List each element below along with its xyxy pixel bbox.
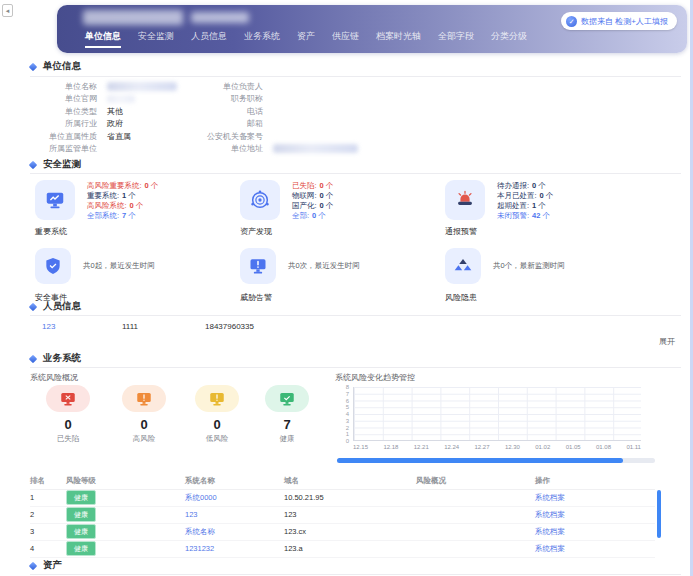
risk-count: 0	[187, 417, 247, 432]
table-row: 2 健康 123 123 系统档案	[30, 506, 655, 523]
section-header-security: 安全监测	[30, 158, 81, 171]
chart-zoom-slider-fill[interactable]	[337, 458, 623, 463]
tab-assets[interactable]: 资产	[297, 30, 315, 48]
risk-oval	[265, 385, 309, 412]
event-summary: 共0个，最新监测时间	[493, 261, 565, 271]
nav-tabs: 单位信息 安全监测 人员信息 业务系统 资产 供应链 档案时光轴 全部字段 分类…	[85, 30, 527, 48]
person-name-link[interactable]: 123	[42, 322, 55, 331]
overview-cell	[416, 506, 535, 523]
system-ranking-table: 排名 风险等级 系统名称 域名 风险概况 操作 1 健康 系统0000 10.5…	[30, 474, 655, 558]
domain-cell: 123.cx	[284, 523, 416, 540]
risk-stat-compromised: 0 已失陷	[38, 385, 98, 444]
field-unit-address: 单位地址	[173, 143, 358, 156]
alert-monitor-icon	[240, 248, 276, 284]
status-badge: 健康	[66, 507, 96, 522]
rank-cell: 4	[30, 540, 66, 557]
system-archive-link[interactable]: 系统档案	[535, 544, 565, 553]
risk-oval	[46, 385, 90, 412]
diamond-icon	[29, 561, 37, 569]
trend-chart-plot-area	[353, 387, 641, 441]
field-label: 单位名称	[7, 81, 97, 92]
expand-link[interactable]: 展开	[659, 336, 675, 347]
diamond-icon	[29, 302, 37, 310]
section-header-assets: 资产	[30, 559, 62, 572]
system-archive-link[interactable]: 系统档案	[535, 510, 565, 519]
monitor-icon	[35, 180, 75, 220]
data-source-icon: ✓	[566, 16, 577, 27]
diamond-icon	[29, 160, 37, 168]
section-header-personnel: 人员信息	[30, 300, 81, 313]
tab-supply-chain[interactable]: 供应链	[332, 30, 359, 48]
system-archive-link[interactable]: 系统档案	[535, 493, 565, 502]
field-unit-leader: 单位负责人	[173, 80, 358, 93]
stat-list: 高风险重要系统:0个 重要系统:1个 高风险系统:0个 全部系统:7个	[87, 181, 158, 221]
overview-cell	[416, 540, 535, 557]
col-domain: 域名	[284, 474, 416, 489]
overview-cell	[416, 489, 535, 506]
stat-line: 国产化:0个	[292, 201, 333, 211]
system-name-link[interactable]: 系统名称	[185, 527, 215, 536]
chart-x-axis: 12.1512.1812.2112.2412.2712.3001.0201.05…	[353, 444, 641, 450]
table-row: 4 健康 1231232 123.a 系统档案	[30, 540, 655, 557]
risk-stat-healthy: 7 健康	[257, 385, 317, 444]
risk-oval	[195, 385, 239, 412]
col-risk-level: 风险等级	[66, 474, 185, 489]
system-archive-link[interactable]: 系统档案	[535, 527, 565, 536]
section-divider	[30, 367, 681, 368]
blurred-unit-subtitle	[191, 12, 249, 23]
tab-classification-grading[interactable]: 分类分级	[491, 30, 527, 48]
risk-label: 已失陷	[38, 434, 98, 444]
stat-line: 已失陷:0个	[292, 181, 333, 191]
chart-zoom-slider[interactable]	[337, 458, 655, 463]
card-important-systems: 高风险重要系统:0个 重要系统:1个 高风险系统:0个 全部系统:7个 重要系统	[35, 180, 235, 220]
field-police-record-number: 公安机关备案号	[173, 130, 358, 143]
siren-icon	[445, 180, 485, 220]
table-header-row: 排名 风险等级 系统名称 域名 风险概况 操作	[30, 474, 655, 489]
field-affiliation-nature: 单位直属性质 省直属	[7, 130, 177, 143]
field-value: 其他	[107, 106, 123, 117]
stat-line: 超期处置:1个	[497, 201, 553, 211]
monitor-risk-icon	[278, 390, 296, 408]
risk-count: 0	[38, 417, 98, 432]
chart-y-axis: 876543210	[333, 384, 349, 444]
unit-info-right-column: 单位负责人 职务职称 电话 邮箱 公安机关备案号 单位地址	[173, 80, 358, 155]
monitor-risk-icon	[59, 390, 77, 408]
risk-oval	[122, 385, 166, 412]
risk-count: 0	[114, 417, 174, 432]
person-phone: 18437960335	[205, 322, 254, 331]
tab-business-systems[interactable]: 业务系统	[244, 30, 280, 48]
col-risk-overview: 风险概况	[416, 474, 535, 489]
field-label: 邮箱	[173, 118, 263, 129]
tab-unit-info[interactable]: 单位信息	[85, 30, 121, 48]
table-scrollbar[interactable]	[657, 490, 661, 538]
tab-personnel-info[interactable]: 人员信息	[191, 30, 227, 48]
collapse-panel-button[interactable]: ◂	[2, 4, 13, 17]
system-name-link[interactable]: 123	[185, 510, 198, 519]
tab-all-fields[interactable]: 全部字段	[438, 30, 474, 48]
page-header: ✓ 数据来自 检测+人工填报 单位信息 安全监测 人员信息 业务系统 资产 供应…	[57, 5, 687, 53]
domain-cell: 123.a	[284, 540, 416, 557]
rank-cell: 1	[30, 489, 66, 506]
field-label: 单位负责人	[173, 81, 263, 92]
domain-cell: 10.50.21.95	[284, 489, 416, 506]
card-risk-hazards: 共0个，最新监测时间 风险隐患	[445, 248, 645, 284]
tab-archive-timeline[interactable]: 档案时光轴	[376, 30, 421, 48]
data-source-badge[interactable]: ✓ 数据来自 检测+人工填报	[561, 12, 677, 30]
risk-label: 低风险	[187, 434, 247, 444]
unit-archive-page: ◂ ✓ 数据来自 检测+人工填报 单位信息 安全监测 人员信息 业务系统 资产 …	[0, 0, 693, 576]
col-rank: 排名	[30, 474, 66, 489]
radar-icon	[240, 180, 280, 220]
field-phone: 电话	[173, 105, 358, 118]
tab-security-monitoring[interactable]: 安全监测	[138, 30, 174, 48]
monitor-risk-icon	[208, 390, 226, 408]
field-label: 所属行业	[7, 118, 97, 129]
system-name-link[interactable]: 系统0000	[185, 493, 217, 502]
system-name-link[interactable]: 1231232	[185, 544, 214, 553]
stat-line: 高风险重要系统:0个	[87, 181, 158, 191]
card-label: 资产发现	[240, 226, 272, 237]
field-supervising-unit: 所属监管单位	[7, 143, 177, 156]
section-header-unit-info: 单位信息	[30, 60, 81, 73]
card-label: 重要系统	[35, 226, 67, 237]
status-badge: 健康	[66, 524, 96, 539]
field-label: 单位类型	[7, 106, 97, 117]
